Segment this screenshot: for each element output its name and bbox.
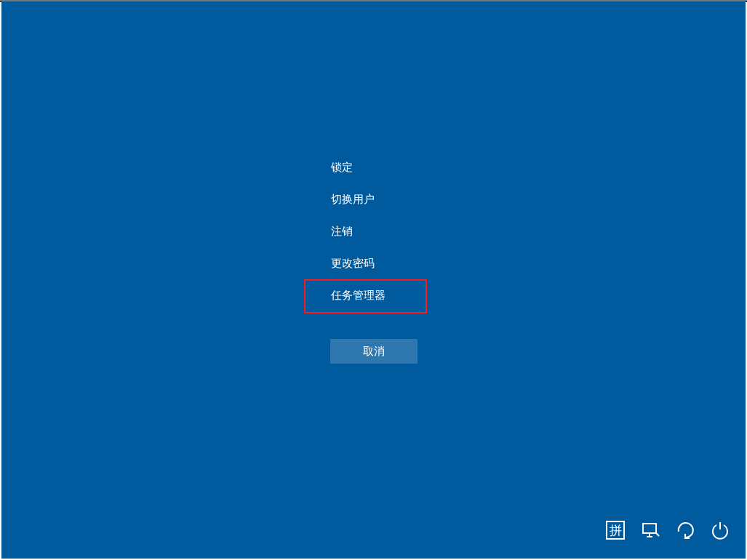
menu-item-lock[interactable]: 锁定 — [331, 160, 386, 175]
system-tray: 拼 — [606, 521, 730, 540]
ime-icon[interactable]: 拼 — [606, 521, 625, 540]
network-icon[interactable] — [641, 521, 660, 540]
menu-item-task-manager[interactable]: 任务管理器 — [331, 288, 386, 303]
power-icon[interactable] — [711, 521, 730, 540]
secure-attention-screen: 锁定 切换用户 注销 更改密码 任务管理器 取消 拼 — [1, 1, 746, 559]
security-options-menu: 锁定 切换用户 注销 更改密码 任务管理器 — [331, 160, 386, 320]
menu-item-change-password[interactable]: 更改密码 — [331, 256, 386, 271]
svg-line-3 — [656, 533, 659, 536]
menu-item-switch-user[interactable]: 切换用户 — [331, 192, 386, 207]
cancel-button[interactable]: 取消 — [330, 339, 418, 364]
menu-item-sign-out[interactable]: 注销 — [331, 224, 386, 239]
ease-of-access-icon[interactable] — [676, 521, 695, 540]
ime-label: 拼 — [606, 521, 625, 540]
svg-rect-0 — [643, 524, 656, 533]
